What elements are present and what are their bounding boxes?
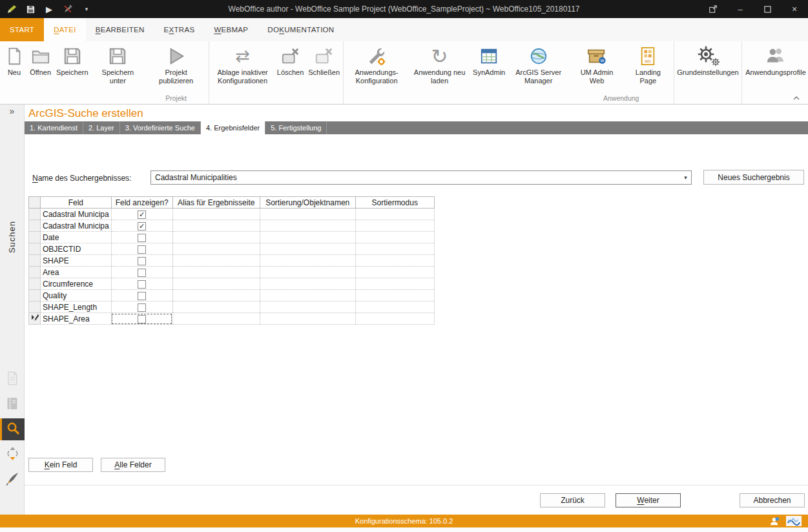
ribbon-button-arcgis-server-manager[interactable]: ArcGIS Server Manager xyxy=(507,41,570,85)
field-visible-checkbox[interactable] xyxy=(138,257,146,265)
row-header-cell[interactable] xyxy=(29,209,41,220)
table-row[interactable]: SHAPE xyxy=(29,255,435,267)
table-row[interactable]: Circumference xyxy=(29,278,435,290)
ribbon-button-um-admin-web[interactable]: wUM Admin Web xyxy=(570,41,623,85)
row-header-cell[interactable] xyxy=(29,243,41,255)
ribbon-button-speichern-unter[interactable]: Speichern unter xyxy=(90,41,145,85)
stop-edit-icon[interactable] xyxy=(62,3,74,15)
field-visible-checkbox[interactable]: ✓ xyxy=(138,210,146,219)
quick-access-menu-icon[interactable]: ▾ xyxy=(81,3,92,15)
sortiermodus-cell[interactable] xyxy=(355,278,434,290)
sortierung-cell[interactable] xyxy=(260,278,355,290)
row-header-cell[interactable] xyxy=(29,302,41,313)
step-2-layer[interactable]: 2. Layer xyxy=(83,121,120,134)
sortiermodus-cell[interactable] xyxy=(355,302,434,313)
collapse-ribbon-button[interactable] xyxy=(791,94,802,102)
ribbon-button-ablage-inaktiver-konfigurationen[interactable]: ⇄Ablage inaktiver Konfigurationen xyxy=(211,41,275,85)
sortierung-cell[interactable] xyxy=(260,209,355,220)
alias-cell[interactable] xyxy=(172,255,260,267)
column-header-feld[interactable]: Feld xyxy=(41,197,112,209)
table-row[interactable]: SHAPE_Length xyxy=(29,302,435,313)
sortiermodus-cell[interactable] xyxy=(355,209,434,220)
step-5-fertigstellung[interactable]: 5. Fertigstellung xyxy=(265,121,327,134)
alias-cell[interactable] xyxy=(172,209,260,220)
sortierung-cell[interactable] xyxy=(260,255,355,267)
sortiermodus-cell[interactable] xyxy=(355,232,434,243)
table-row[interactable]: Area xyxy=(29,267,435,278)
save-icon[interactable] xyxy=(25,3,36,15)
field-visible-checkbox[interactable]: ✓ xyxy=(138,222,146,230)
field-visible-checkbox[interactable] xyxy=(138,303,146,312)
table-row[interactable]: Cadastral Municipa✓ xyxy=(29,220,435,232)
alias-cell[interactable] xyxy=(172,290,260,302)
search-result-name-combobox[interactable]: Cadastral Municipalities ▾ xyxy=(150,170,692,185)
row-header-cell[interactable] xyxy=(29,267,41,278)
sortiermodus-cell[interactable] xyxy=(355,267,434,278)
sortierung-cell[interactable] xyxy=(260,290,355,302)
column-header-sortierung-objektnamen[interactable]: Sortierung/Objektnamen xyxy=(260,197,355,209)
sortiermodus-cell[interactable] xyxy=(355,255,434,267)
app-logo-icon[interactable] xyxy=(786,516,802,526)
ribbon-button-schließen[interactable]: Schließen xyxy=(306,41,342,77)
sortierung-cell[interactable] xyxy=(260,220,355,232)
tab-extras[interactable]: EXTRAS xyxy=(154,18,205,41)
sortierung-cell[interactable] xyxy=(260,313,355,325)
close-button[interactable]: × xyxy=(781,0,808,18)
field-visible-checkbox[interactable] xyxy=(138,234,146,242)
field-visible-checkbox[interactable] xyxy=(138,315,146,323)
tab-dokumentation[interactable]: DOKUMENTATION xyxy=(258,18,344,41)
column-header-alias-für-ergebnisseite[interactable]: Alias für Ergebnisseite xyxy=(172,197,260,209)
row-header-cell[interactable] xyxy=(29,255,41,267)
weiter-button[interactable]: Weiter xyxy=(616,493,681,507)
column-header-sortiermodus[interactable]: Sortiermodus xyxy=(355,197,434,209)
edit-icon[interactable] xyxy=(6,3,17,15)
sortiermodus-cell[interactable] xyxy=(355,313,434,325)
ribbon-button-öffnen[interactable]: Öffnen xyxy=(27,41,54,77)
sidebar-expand-button[interactable]: » xyxy=(0,106,24,116)
zurück-button[interactable]: Zurück xyxy=(540,493,605,507)
ribbon-button-löschen[interactable]: Löschen xyxy=(275,41,306,77)
tab-datei[interactable]: DATEI xyxy=(44,18,86,41)
run-icon[interactable]: ▶ xyxy=(43,3,55,15)
table-row[interactable]: Cadastral Municipa✓ xyxy=(29,209,435,220)
alle-felder-button[interactable]: Alle Felder xyxy=(101,458,165,472)
ribbon-button-anwendungsprofile[interactable]: Anwendungsprofile xyxy=(743,41,808,77)
alias-cell[interactable] xyxy=(172,232,260,243)
step-3-vordefinierte-suche[interactable]: 3. Vordefinierte Suche xyxy=(120,121,201,134)
tool-move[interactable] xyxy=(0,444,25,466)
table-row[interactable]: Date xyxy=(29,232,435,243)
popout-button[interactable] xyxy=(699,0,727,18)
table-row[interactable]: Quality xyxy=(29,290,435,302)
minimize-button[interactable]: – xyxy=(727,0,754,18)
column-header-feld-anzeigen[interactable]: Feld anzeigen? xyxy=(111,197,172,209)
user-status-icon[interactable] xyxy=(770,517,780,526)
ribbon-button-projekt-publizieren[interactable]: Projekt publizieren xyxy=(145,41,207,85)
tab-start[interactable]: START xyxy=(0,18,44,41)
tool-search[interactable] xyxy=(0,418,25,440)
field-visible-checkbox[interactable] xyxy=(138,269,146,277)
step-1-kartendienst[interactable]: 1. Kartendienst xyxy=(25,121,83,134)
table-row[interactable]: SHAPE_Area xyxy=(29,313,435,325)
table-row[interactable]: OBJECTID xyxy=(29,243,435,255)
row-header-cell[interactable] xyxy=(29,290,41,302)
new-search-result-button[interactable]: Neues Suchergebnis xyxy=(703,170,804,185)
current-row-marker[interactable] xyxy=(29,313,41,325)
sortiermodus-cell[interactable] xyxy=(355,243,434,255)
ribbon-button-neu[interactable]: Neu xyxy=(1,41,27,77)
sortierung-cell[interactable] xyxy=(260,267,355,278)
alias-cell[interactable] xyxy=(172,267,260,278)
field-visible-checkbox[interactable] xyxy=(138,292,146,300)
ribbon-button-synadmin[interactable]: SynAdmin xyxy=(471,41,507,77)
alias-cell[interactable] xyxy=(172,220,260,232)
row-header-cell[interactable] xyxy=(29,220,41,232)
tab-bearbeiten[interactable]: BEARBEITEN xyxy=(86,18,154,41)
step-4-ergebnisfelder[interactable]: 4. Ergebnisfelder xyxy=(201,121,265,134)
row-header-cell[interactable] xyxy=(29,232,41,243)
chevron-down-icon[interactable]: ▾ xyxy=(680,174,691,181)
sortiermodus-cell[interactable] xyxy=(355,220,434,232)
field-visible-checkbox[interactable] xyxy=(138,245,146,254)
alias-cell[interactable] xyxy=(172,243,260,255)
abbrechen-button[interactable]: Abbrechen xyxy=(740,493,805,507)
tab-webmap[interactable]: WEBMAP xyxy=(204,18,258,41)
sortierung-cell[interactable] xyxy=(260,243,355,255)
